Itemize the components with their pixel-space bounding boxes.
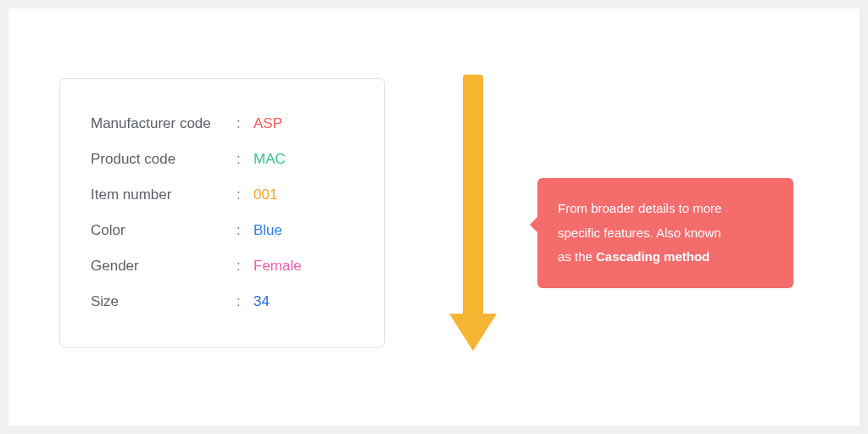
- colon: :: [236, 293, 253, 310]
- callout-line: specific features. Also known: [558, 225, 721, 240]
- callout-line: From broader details to more: [558, 201, 721, 215]
- svg-rect-0: [463, 75, 483, 317]
- colon: :: [236, 151, 253, 168]
- callout-box: From broader details to more specific fe…: [537, 178, 793, 288]
- colon: :: [236, 186, 253, 203]
- svg-marker-1: [449, 314, 497, 351]
- attr-label: Gender: [91, 258, 236, 275]
- attributes-box: Manufacturer code : ASP Product code : M…: [59, 78, 385, 348]
- attr-row: Manufacturer code : ASP: [91, 106, 353, 142]
- attr-row: Size : 34: [91, 284, 353, 320]
- attr-label: Size: [91, 293, 236, 310]
- attr-row: Item number : 001: [91, 177, 353, 213]
- diagram-card: Manufacturer code : ASP Product code : M…: [8, 8, 860, 426]
- attr-value: Blue: [253, 222, 282, 239]
- down-arrow-icon: [448, 75, 498, 351]
- attr-label: Manufacturer code: [91, 115, 236, 132]
- attr-value: ASP: [253, 115, 282, 132]
- callout-text: From broader details to more specific fe…: [558, 197, 773, 270]
- callout-bold: Cascading method: [596, 249, 709, 264]
- colon: :: [236, 258, 253, 275]
- attr-label: Item number: [91, 186, 236, 203]
- colon: :: [236, 115, 253, 132]
- callout-line: as the: [558, 249, 596, 264]
- attr-row: Product code : MAC: [91, 142, 353, 177]
- attr-value: MAC: [253, 151, 286, 168]
- attr-value: Female: [253, 258, 302, 275]
- attr-value: 001: [253, 186, 277, 203]
- attr-label: Product code: [91, 151, 236, 168]
- attr-label: Color: [91, 222, 236, 239]
- colon: :: [236, 222, 253, 239]
- attr-value: 34: [253, 293, 270, 310]
- attr-row: Gender : Female: [91, 248, 353, 284]
- attr-row: Color : Blue: [91, 213, 353, 248]
